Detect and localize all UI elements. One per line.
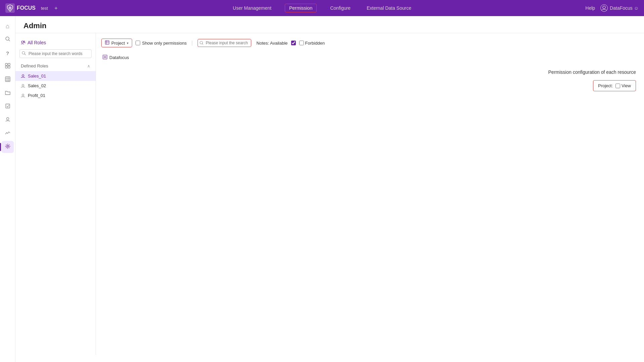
sidebar-item-dashboard[interactable] bbox=[2, 60, 14, 72]
right-panel: Project ▾ Show only permissions | bbox=[96, 33, 644, 68]
svg-rect-7 bbox=[8, 66, 10, 68]
current-tab-label: test bbox=[41, 6, 48, 11]
svg-point-24 bbox=[22, 94, 24, 96]
left-search-box bbox=[19, 49, 92, 58]
sidebar-item-search[interactable] bbox=[2, 34, 14, 46]
svg-line-3 bbox=[9, 40, 10, 41]
nav-user-management[interactable]: User Management bbox=[230, 4, 274, 12]
right-search-input[interactable] bbox=[198, 39, 251, 47]
svg-rect-8 bbox=[5, 77, 10, 82]
svg-point-1 bbox=[603, 6, 605, 9]
show-permissions-checkbox[interactable] bbox=[136, 41, 140, 45]
role-item-sales01[interactable]: Sales_01 bbox=[15, 71, 96, 81]
project-view-checkbox-label[interactable]: View bbox=[615, 83, 631, 88]
available-checkbox[interactable] bbox=[291, 41, 296, 45]
project-dropdown-chevron: ▾ bbox=[127, 41, 128, 45]
tree-item-datafocus-label: Datafocus bbox=[109, 55, 129, 60]
user-label: DataFocus ☺ bbox=[610, 5, 639, 11]
svg-rect-5 bbox=[8, 63, 10, 65]
user-icon bbox=[5, 117, 10, 124]
forbidden-label: Forbidden bbox=[305, 41, 325, 46]
sidebar-item-home[interactable]: ⌂ bbox=[2, 20, 14, 32]
svg-rect-13 bbox=[6, 104, 10, 108]
project-view-checkbox[interactable] bbox=[615, 84, 620, 88]
tree-expand-icon bbox=[103, 55, 107, 60]
notes-available-label: Notes: Available bbox=[257, 41, 288, 46]
top-nav-right: Help DataFocus ☺ bbox=[585, 4, 639, 12]
tree-item-datafocus[interactable]: Datafocus bbox=[101, 53, 639, 62]
left-panel: All Roles Defined Roles ∧ Sales_01 Sales… bbox=[15, 33, 96, 355]
settings-icon bbox=[5, 144, 10, 151]
svg-point-2 bbox=[6, 37, 9, 40]
logo-area: FOCUS bbox=[5, 3, 36, 13]
top-nav-center: User Management Permission Configure Ext… bbox=[230, 4, 414, 12]
main-content: Admin All Roles Defined Roles ∧ Sales_01 bbox=[15, 16, 644, 362]
sidebar-item-user[interactable] bbox=[2, 114, 14, 126]
project-dropdown[interactable]: Project ▾ bbox=[101, 39, 132, 47]
right-search-icon bbox=[200, 41, 203, 45]
all-roles-header: All Roles bbox=[15, 39, 96, 49]
svg-point-23 bbox=[22, 84, 24, 86]
svg-line-21 bbox=[24, 54, 25, 55]
svg-rect-6 bbox=[5, 66, 7, 68]
svg-point-16 bbox=[6, 117, 9, 120]
role-label-sales01: Sales_01 bbox=[28, 73, 46, 79]
all-roles-label: All Roles bbox=[28, 40, 46, 45]
add-tab-button[interactable]: ＋ bbox=[53, 5, 59, 12]
project-view-label: View bbox=[622, 83, 631, 88]
page-header: Admin bbox=[15, 16, 644, 33]
grid-icon bbox=[5, 76, 10, 84]
available-checkbox-label[interactable] bbox=[291, 41, 296, 45]
left-search-input[interactable] bbox=[19, 49, 92, 58]
content-area: All Roles Defined Roles ∧ Sales_01 Sales… bbox=[15, 33, 644, 355]
collapse-roles-icon[interactable]: ∧ bbox=[87, 64, 90, 68]
show-permissions-checkbox-label[interactable]: Show only permissions bbox=[136, 41, 186, 46]
user-avatar bbox=[600, 4, 608, 12]
svg-point-22 bbox=[22, 74, 24, 76]
right-search-box bbox=[198, 39, 251, 47]
project-dropdown-icon bbox=[105, 40, 109, 46]
role-item-profit01[interactable]: Profit_01 bbox=[15, 91, 96, 100]
folder-icon bbox=[5, 90, 10, 97]
top-nav-left: FOCUS test ＋ bbox=[5, 3, 59, 13]
dashboard-icon bbox=[5, 63, 10, 70]
tree-area: Datafocus bbox=[101, 51, 639, 62]
show-permissions-label: Show only permissions bbox=[142, 41, 186, 46]
user-area[interactable]: DataFocus ☺ bbox=[600, 4, 639, 12]
app-logo-text: FOCUS bbox=[17, 5, 36, 11]
sidebar: ⌂ ? bbox=[0, 16, 15, 362]
role-label-sales02: Sales_02 bbox=[28, 83, 46, 88]
nav-external-data-source[interactable]: External Data Source bbox=[364, 4, 414, 12]
search-icon bbox=[5, 36, 10, 43]
role-user-icon-2 bbox=[21, 84, 25, 88]
forbidden-checkbox[interactable] bbox=[299, 41, 304, 45]
sidebar-item-analytics[interactable] bbox=[2, 127, 14, 140]
nav-permission[interactable]: Permission bbox=[285, 4, 317, 12]
role-label-profit01: Profit_01 bbox=[28, 93, 45, 98]
top-nav: FOCUS test ＋ User Management Permission … bbox=[0, 0, 644, 16]
svg-point-17 bbox=[7, 145, 8, 147]
app-logo bbox=[5, 3, 15, 13]
left-search-icon bbox=[22, 51, 26, 56]
project-view-project-label: Project: bbox=[598, 83, 613, 88]
nav-configure[interactable]: Configure bbox=[327, 4, 353, 12]
task-icon bbox=[5, 103, 10, 110]
forbidden-checkbox-label[interactable]: Forbidden bbox=[299, 41, 325, 46]
project-dropdown-label: Project bbox=[111, 41, 125, 46]
svg-line-29 bbox=[202, 44, 203, 44]
svg-point-18 bbox=[21, 41, 23, 43]
role-user-icon bbox=[21, 74, 25, 78]
sidebar-item-grid[interactable] bbox=[2, 74, 14, 86]
toolbar-divider: | bbox=[191, 40, 193, 46]
help-link[interactable]: Help bbox=[585, 5, 595, 11]
toolbar: Project ▾ Show only permissions | bbox=[101, 39, 639, 47]
home-icon: ⌂ bbox=[6, 23, 9, 30]
role-item-sales02[interactable]: Sales_02 bbox=[15, 81, 96, 91]
all-roles-icon bbox=[21, 40, 25, 45]
svg-point-19 bbox=[23, 41, 25, 42]
sidebar-item-help[interactable]: ? bbox=[2, 47, 14, 59]
sidebar-item-settings[interactable] bbox=[2, 141, 14, 153]
sidebar-item-task[interactable] bbox=[2, 101, 14, 113]
svg-line-15 bbox=[8, 105, 9, 107]
sidebar-item-folder[interactable] bbox=[2, 87, 14, 99]
